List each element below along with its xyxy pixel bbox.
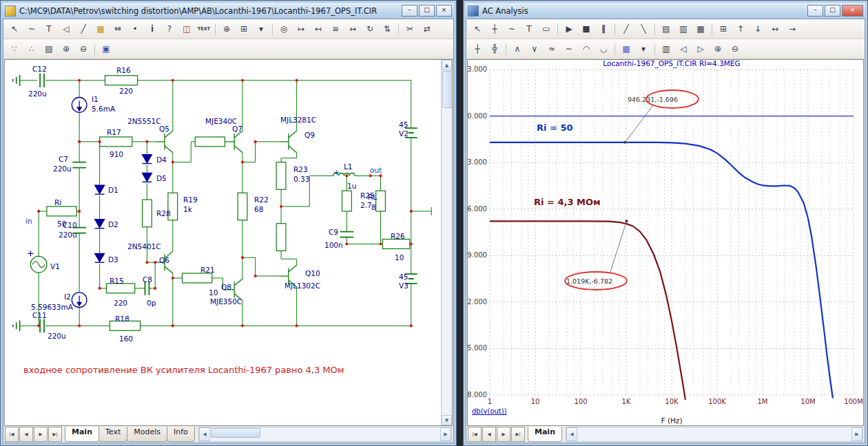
scroll-thumb[interactable]: [211, 428, 260, 438]
next-page-button[interactable]: ▶: [497, 427, 510, 442]
data-table-icon[interactable]: ▥: [658, 41, 674, 56]
schematic-label: 2N5551C: [127, 117, 161, 125]
animate-run-icon[interactable]: ∴: [23, 41, 40, 56]
probe-window-icon[interactable]: ▤: [41, 41, 57, 56]
numeric-output-icon[interactable]: ⊞: [715, 21, 732, 36]
minimize-button[interactable]: –: [402, 5, 417, 17]
scroll-left-arrow[interactable]: ◀: [199, 427, 210, 441]
wave-up-icon[interactable]: ∧: [509, 41, 526, 56]
text-mode-icon[interactable]: T: [41, 21, 57, 36]
wave-sine-icon[interactable]: ≈: [544, 41, 560, 56]
wire-mode-icon[interactable]: ~: [23, 21, 40, 36]
last-page-button[interactable]: ▶|: [511, 427, 525, 442]
help-mode-icon[interactable]: ?: [161, 21, 178, 36]
prev-page-button[interactable]: ◀: [482, 427, 496, 442]
rotate-icon[interactable]: ↻: [362, 21, 378, 36]
plot-area[interactable]: 3.0000.000-3.000-6.000-9.000-12.000-15.0…: [467, 59, 864, 426]
flip-icon[interactable]: ⇅: [379, 21, 395, 36]
component-mode-icon[interactable]: ◁: [58, 21, 74, 36]
step-back-icon[interactable]: ↤: [310, 21, 327, 36]
go-to-x-icon[interactable]: →: [784, 21, 800, 36]
animate-step-icon[interactable]: ∵: [6, 41, 23, 56]
step-forward-icon[interactable]: ↦: [293, 21, 309, 36]
close-button[interactable]: ×: [842, 5, 863, 17]
schematic-label: L1: [344, 162, 353, 171]
scroll-right-arrow[interactable]: ▶: [440, 427, 451, 441]
graphics-mode-icon[interactable]: ▦: [92, 21, 109, 36]
vertical-scrollbar[interactable]: ▲ ▼: [441, 60, 452, 425]
peak-icon[interactable]: ↑: [732, 21, 749, 36]
mode-dropdown-icon[interactable]: ▾: [253, 21, 269, 36]
scroll-up-arrow[interactable]: ▲: [442, 60, 452, 70]
select-mode-icon[interactable]: ↖: [6, 21, 23, 36]
palette-dropdown-icon[interactable]: ▾: [635, 41, 652, 56]
close-button[interactable]: ×: [436, 5, 452, 17]
scroll-down-arrow[interactable]: ▼: [442, 415, 452, 425]
pan-icon[interactable]: ⊞: [236, 21, 252, 36]
wave-arc-icon[interactable]: ◠: [578, 41, 595, 56]
zoom-select-icon[interactable]: ⊕: [218, 21, 235, 36]
first-page-button[interactable]: |◀: [5, 427, 19, 442]
zoom-out-icon[interactable]: ⊖: [75, 41, 92, 56]
text-display-icon[interactable]: TEXT: [196, 21, 212, 36]
pause-button[interactable]: ‖: [595, 21, 612, 36]
slope-up-icon[interactable]: ╱: [618, 21, 634, 36]
cursor-lines-icon[interactable]: ┼: [469, 41, 486, 56]
zoom-in-icon[interactable]: ⊕: [58, 41, 74, 56]
titlebar[interactable]: C:\MC9\DATA\Petrov\switching distortion\…: [3, 3, 454, 19]
go-right-icon[interactable]: ▷: [692, 41, 709, 56]
tab-main[interactable]: Main: [528, 427, 562, 442]
scroll-thumb[interactable]: [442, 71, 453, 108]
next-page-button[interactable]: ▶: [34, 427, 48, 442]
data-points-icon[interactable]: ▤: [658, 21, 674, 36]
wave-cursor-icon[interactable]: ~: [504, 21, 520, 36]
wave-down-icon[interactable]: ∨: [526, 41, 543, 56]
scroll-right-arrow[interactable]: ▶: [851, 427, 862, 441]
tab-text[interactable]: Text: [99, 427, 127, 442]
minimize-button[interactable]: –: [807, 5, 823, 17]
zoom-out-icon[interactable]: ⊖: [727, 41, 743, 56]
schematic-canvas[interactable]: C12220uR16220I15.6mA2N5551CQ5MJE340CQ7MJ…: [4, 59, 453, 426]
horizontal-tag-icon[interactable]: ↔: [767, 21, 783, 36]
select-mode-icon[interactable]: ↖: [469, 21, 486, 36]
maximize-button[interactable]: □: [825, 5, 840, 17]
point-mode-icon[interactable]: •: [127, 21, 143, 36]
last-page-button[interactable]: ▶|: [48, 427, 62, 442]
align-icon[interactable]: ≡: [327, 21, 344, 36]
horizontal-scrollbar[interactable]: ◀ ▶: [198, 427, 452, 442]
tab-info[interactable]: Info: [167, 427, 195, 442]
prev-page-button[interactable]: ◀: [19, 427, 33, 442]
line-mode-icon[interactable]: ╱: [75, 21, 92, 36]
swap-icon[interactable]: ⇄: [419, 21, 435, 36]
goto-flag-icon[interactable]: ◎: [276, 21, 292, 36]
text-mode-icon[interactable]: T: [521, 21, 537, 36]
flag-mode-icon[interactable]: ◫: [178, 21, 195, 36]
cursor-mode-icon[interactable]: ┼: [486, 21, 503, 36]
cursor-both-icon[interactable]: ╬: [486, 41, 503, 56]
titlebar[interactable]: AC Analysis –□×: [466, 3, 865, 19]
part-browser-icon[interactable]: 68: [110, 21, 126, 36]
scroll-left-arrow[interactable]: ◀: [566, 427, 577, 441]
color-palette-icon[interactable]: ▦: [618, 41, 634, 56]
run-button[interactable]: ▶: [561, 21, 577, 36]
stretch-icon[interactable]: ↔: [344, 21, 361, 36]
go-left-icon[interactable]: ◁: [675, 41, 692, 56]
ruler-icon[interactable]: ▦: [692, 21, 709, 36]
first-page-button[interactable]: |◀: [468, 427, 482, 442]
stop-button[interactable]: ■: [578, 21, 595, 36]
tokens-icon[interactable]: ▥: [675, 21, 692, 36]
info-mode-icon[interactable]: i: [144, 21, 161, 36]
schematic-label: C8: [143, 275, 152, 284]
zoom-in-icon[interactable]: ⊕: [710, 41, 726, 56]
valley-icon[interactable]: ↓: [750, 21, 766, 36]
maximize-button[interactable]: □: [419, 5, 435, 17]
image-icon[interactable]: ▣: [98, 41, 114, 56]
slope-down-icon[interactable]: ╲: [635, 21, 652, 36]
tab-models[interactable]: Models: [127, 427, 167, 442]
cut-icon[interactable]: ✂: [402, 21, 418, 36]
wave-dip-icon[interactable]: ◡: [595, 41, 612, 56]
properties-icon[interactable]: ▭: [538, 21, 555, 36]
wave-tilde-icon[interactable]: ~: [561, 41, 577, 56]
tab-main[interactable]: Main: [65, 427, 99, 442]
horizontal-scrollbar[interactable]: ◀ ▶: [566, 427, 863, 442]
